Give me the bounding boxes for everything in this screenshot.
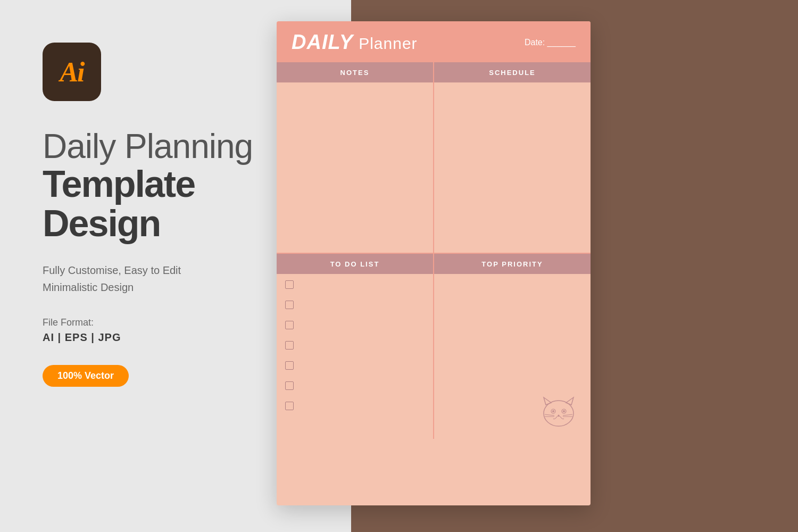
left-content: Daily Planning Template Design Fully Cus… [43, 128, 309, 387]
title-line1: Daily Planning [43, 128, 309, 165]
planner-document: DAILY Planner Date: ______ NOTES SCHEDUL… [277, 21, 591, 505]
svg-marker-1 [544, 397, 551, 405]
checkbox-item-1 [285, 280, 425, 289]
checkbox-item-7 [285, 402, 425, 410]
schedule-header: SCHEDULE [434, 62, 591, 82]
cat-decoration [537, 393, 580, 430]
title-line3: Design [43, 204, 309, 244]
notes-section: NOTES [277, 62, 434, 253]
subtitle-line2: Minimalistic Design [43, 279, 309, 296]
file-format-label: File Format: [43, 317, 309, 328]
planner-top-row: NOTES SCHEDULE [277, 62, 591, 254]
ai-icon-wrapper: Ai [43, 43, 101, 101]
planner-planner-label: Planner [359, 35, 417, 53]
notes-header: NOTES [277, 62, 433, 82]
planner-title-area: DAILY Planner [292, 31, 418, 54]
planner-body: NOTES SCHEDULE TO DO LIST [277, 62, 591, 439]
todo-header: TO DO LIST [277, 254, 433, 274]
file-format-section: File Format: AI | EPS | JPG [43, 317, 309, 344]
priority-label: TOP PRIORITY [481, 260, 543, 268]
subtitle: Fully Customise, Easy to Edit Minimalist… [43, 262, 309, 296]
svg-marker-7 [557, 414, 560, 417]
checkbox-2[interactable] [285, 301, 294, 309]
schedule-body [434, 82, 591, 253]
svg-point-0 [544, 401, 573, 426]
svg-point-4 [552, 410, 554, 412]
checkbox-6[interactable] [285, 381, 294, 390]
right-panel: DAILY Planner Date: ______ NOTES SCHEDUL… [351, 0, 798, 532]
vector-badge: 100% Vector [43, 365, 129, 387]
checkbox-item-5 [285, 361, 425, 370]
svg-line-8 [545, 414, 554, 415]
checkbox-item-3 [285, 321, 425, 329]
file-format-values: AI | EPS | JPG [43, 331, 309, 344]
checkbox-item-6 [285, 381, 425, 390]
checkbox-item-2 [285, 301, 425, 309]
todo-label: TO DO LIST [330, 260, 380, 268]
svg-point-6 [563, 410, 565, 412]
checkbox-7[interactable] [285, 402, 294, 410]
svg-line-10 [563, 414, 572, 415]
planner-date: Date: ______ [525, 38, 576, 47]
planner-bottom-row: TO DO LIST TOP PRIORITY [277, 254, 591, 439]
priority-header: TOP PRIORITY [434, 254, 591, 274]
title-line2: Template [43, 165, 309, 204]
checkbox-5[interactable] [285, 361, 294, 370]
svg-marker-2 [566, 397, 573, 405]
notes-label: NOTES [340, 69, 370, 77]
priority-body [434, 274, 591, 439]
schedule-section: SCHEDULE [434, 62, 591, 253]
planner-header: DAILY Planner Date: ______ [277, 21, 591, 62]
todo-section: TO DO LIST [277, 254, 434, 439]
notes-body [277, 82, 433, 253]
checkbox-item-4 [285, 341, 425, 350]
checkbox-4[interactable] [285, 341, 294, 350]
ai-icon: Ai [60, 56, 84, 88]
schedule-label: SCHEDULE [489, 69, 536, 77]
planner-daily-label: DAILY [292, 31, 353, 54]
checkbox-1[interactable] [285, 280, 294, 289]
todo-body [277, 274, 433, 439]
subtitle-line1: Fully Customise, Easy to Edit [43, 262, 309, 279]
priority-section: TOP PRIORITY [434, 254, 591, 439]
checkbox-3[interactable] [285, 321, 294, 329]
